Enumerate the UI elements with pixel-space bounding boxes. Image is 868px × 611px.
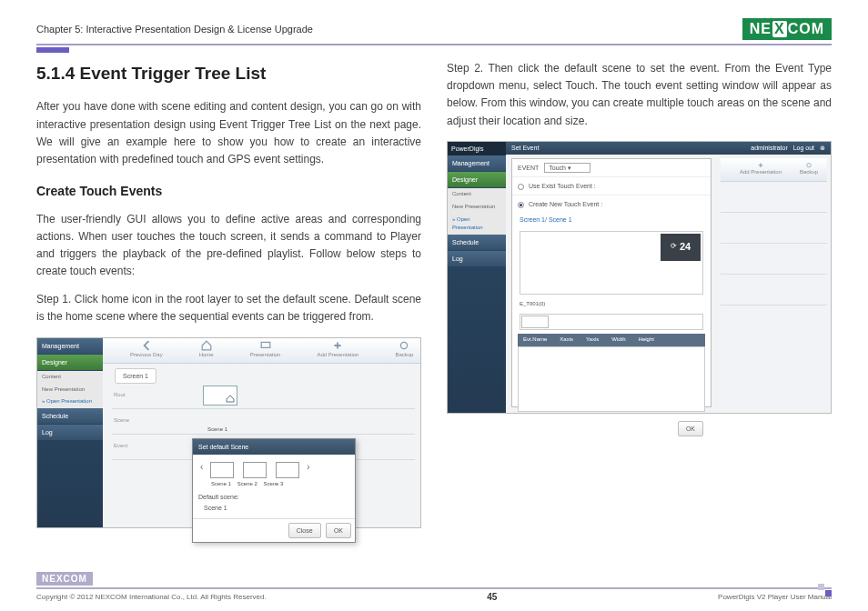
- canvas-row: [721, 244, 827, 275]
- content-columns: 5.1.4 Event Trigger Tree List After you …: [36, 60, 832, 528]
- row-event-label: Event: [114, 442, 127, 451]
- footer-logo: NEXCOM: [36, 572, 93, 586]
- home-icon: [226, 394, 235, 403]
- admin-label: administrator: [751, 145, 787, 151]
- touch-name: E_T001(0): [512, 298, 711, 311]
- sidebar-sub-content[interactable]: Content: [448, 188, 506, 201]
- event-label: EVENT: [518, 165, 539, 171]
- sidebar-sub-content[interactable]: Content: [37, 371, 103, 384]
- widget-number: 24: [680, 239, 691, 255]
- col-name: Evt.Name: [523, 336, 547, 345]
- event-type-row: EVENT Touch ▾: [512, 159, 711, 177]
- inner-thumb-box: [521, 316, 549, 328]
- toolbar-home[interactable]: Home: [199, 340, 214, 360]
- row-scene: Scene Scene 1: [112, 409, 415, 435]
- use-exist-row[interactable]: Use Exist Touch Event :: [512, 177, 711, 195]
- close-icon[interactable]: ⊗: [820, 145, 825, 151]
- toolbar-backup[interactable]: Backup: [800, 162, 818, 177]
- row-root: Root: [112, 384, 415, 409]
- canvas-toolbar: Add Presentation Backup: [721, 158, 827, 182]
- sidebar-sub-new-presentation[interactable]: New Presentation: [448, 201, 506, 214]
- scene-thumb-1[interactable]: [210, 462, 234, 478]
- event-panel: EVENT Touch ▾ Use Exist Touch Event : Cr…: [511, 158, 712, 407]
- sidebar-sub-open-presentation[interactable]: » Open Presentation: [448, 214, 506, 235]
- radio-create-new[interactable]: [518, 202, 524, 208]
- toolbar-backup[interactable]: Backup: [395, 340, 413, 360]
- app-sidebar: PowerDigis Management Designer Content N…: [448, 142, 506, 413]
- dialog-body: ‹ › Scene 1 Scene 2 Scene 3 Default scen…: [193, 455, 355, 518]
- sidebar-item-management[interactable]: Management: [448, 155, 506, 171]
- sidebar-item-log[interactable]: Log: [448, 251, 506, 266]
- scene-thumb-2[interactable]: [243, 462, 267, 478]
- row-root-label: Root: [114, 391, 126, 400]
- toolbar-add-presentation[interactable]: Add Presentation: [317, 340, 358, 360]
- col-y: Yaxis: [586, 336, 599, 345]
- ok-button[interactable]: OK: [326, 523, 351, 538]
- col-h: Height: [639, 336, 654, 345]
- screen-tab[interactable]: Screen 1: [115, 368, 156, 384]
- toolbar-prev-label: Previous Day: [130, 351, 163, 360]
- manual-title: PowerDigis V2 Player User Manual: [718, 593, 832, 601]
- scene1-label: Scene 1: [207, 426, 227, 435]
- default-scene-label: Default scene:: [198, 494, 239, 500]
- ok-button[interactable]: OK: [678, 421, 703, 436]
- user-area: administrator Log out ⊗: [751, 143, 825, 153]
- chapter-title: Chapter 5: Interactive Presentation Desi…: [36, 24, 313, 35]
- scene-path: Screen 1/ Scene 1: [512, 213, 711, 226]
- close-button[interactable]: Close: [288, 523, 321, 538]
- sidebar-sub-open-presentation[interactable]: » Open Presentation: [37, 396, 103, 408]
- sidebar-item-management[interactable]: Management: [37, 338, 103, 354]
- left-column: 5.1.4 Event Trigger Tree List After you …: [36, 60, 421, 528]
- screenshot-default-scene: Management Designer Content New Presenta…: [36, 337, 421, 528]
- toolbar-presentation[interactable]: Presentation: [250, 340, 281, 360]
- svg-rect-0: [261, 343, 270, 348]
- toolbar-presentation-label: Presentation: [250, 351, 281, 360]
- thumb1-label: Scene 1: [211, 481, 231, 486]
- sidebar-item-schedule[interactable]: Schedule: [37, 408, 103, 424]
- sidebar-item-designer[interactable]: Designer: [37, 355, 103, 370]
- scene-thumb-3[interactable]: [276, 462, 299, 478]
- inner-thumb: [520, 314, 703, 330]
- toolbar-backup-label: Backup: [800, 168, 818, 177]
- touch-table-body[interactable]: [518, 346, 705, 412]
- default-scene-box[interactable]: [203, 386, 237, 406]
- screenshot-set-event: PowerDigis Management Designer Content N…: [447, 141, 832, 414]
- sidebar-sub-new-presentation[interactable]: New Presentation: [37, 384, 103, 396]
- section-heading: 5.1.4 Event Trigger Tree List: [36, 60, 421, 87]
- toolbar-prev-day[interactable]: Previous Day: [130, 340, 163, 360]
- thumb2-label: Scene 2: [237, 481, 257, 486]
- corner-decoration: [818, 584, 832, 590]
- logout-link[interactable]: Log out: [793, 145, 814, 151]
- scene-preview[interactable]: ⟳ 24: [520, 231, 703, 295]
- set-default-scene-dialog: Set default Scene ‹ › Scene 1 Scene 2 Sc…: [192, 438, 356, 543]
- toolbar-home-label: Home: [199, 351, 214, 360]
- touch-intro-paragraph: The user-friendly GUI allows you to defi…: [36, 211, 421, 281]
- logo-part-x: X: [772, 21, 787, 37]
- app-brand: PowerDigis: [448, 142, 506, 155]
- create-new-label: Create New Touch Event :: [529, 201, 602, 207]
- step2-paragraph: Step 2. Then click the default scene to …: [447, 60, 832, 130]
- sidebar-item-designer[interactable]: Designer: [448, 172, 506, 187]
- dialog-title: Set default Scene: [193, 439, 355, 455]
- toolbar-add-presentation[interactable]: Add Presentation: [740, 162, 782, 177]
- next-arrow-icon[interactable]: ›: [305, 460, 311, 475]
- create-new-row[interactable]: Create New Touch Event :: [512, 195, 711, 213]
- page-header: Chapter 5: Interactive Presentation Desi…: [36, 18, 832, 45]
- sidebar-item-log[interactable]: Log: [37, 425, 103, 440]
- event-type-dropdown[interactable]: Touch ▾: [544, 163, 590, 173]
- use-exist-label: Use Exist Touch Event :: [529, 183, 596, 189]
- logo-part-right: COM: [788, 21, 824, 37]
- radio-use-exist[interactable]: [518, 184, 524, 190]
- right-column: Step 2. Then click the default scene to …: [447, 60, 832, 528]
- col-w: Width: [611, 336, 625, 345]
- toolbar-add-label: Add Presentation: [317, 351, 358, 360]
- logo-part-left: NE: [750, 21, 772, 37]
- page-number: 45: [487, 592, 497, 602]
- canvas-row: [721, 213, 827, 244]
- prev-arrow-icon[interactable]: ‹: [198, 460, 205, 475]
- canvas-area: Add Presentation Backup: [721, 158, 827, 407]
- sidebar-item-schedule[interactable]: Schedule: [448, 235, 506, 250]
- set-event-title: Set Event: [511, 143, 539, 153]
- default-scene-value: Scene 1: [204, 505, 227, 511]
- event-type-value: Touch: [549, 165, 566, 171]
